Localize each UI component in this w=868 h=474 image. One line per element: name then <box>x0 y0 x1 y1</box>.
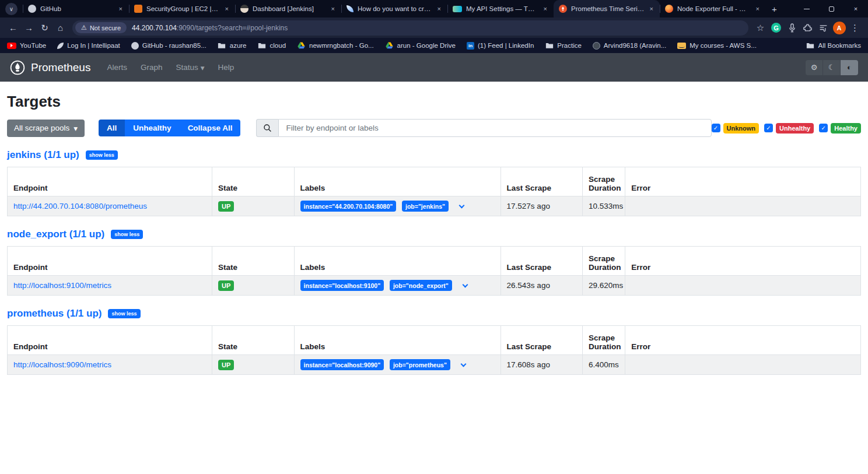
new-tab-button[interactable]: + <box>772 4 777 14</box>
label-badge-job: job="prometheus" <box>390 359 450 370</box>
expand-labels-chevron-icon[interactable] <box>460 361 466 367</box>
col-header-labels: Labels <box>294 247 501 276</box>
bookmark-folder-practice[interactable]: Practice <box>545 41 582 50</box>
close-icon[interactable]: × <box>224 5 230 12</box>
bookmark-label: Arvind9618 (Aravin... <box>604 42 666 49</box>
checkbox-checked-icon[interactable]: ✓ <box>819 124 828 132</box>
checkbox-checked-icon[interactable]: ✓ <box>712 124 720 132</box>
show-less-button[interactable]: show less <box>111 230 143 239</box>
settings-button[interactable]: ⚙ <box>806 60 823 75</box>
col-header-labels: Labels <box>294 167 501 196</box>
auto-theme-button[interactable]: ◐ <box>841 60 858 75</box>
minimize-button[interactable] <box>794 0 819 17</box>
state-filter-unhealthy[interactable]: ✓ Unhealthy <box>764 123 814 134</box>
site-security-chip[interactable]: ⚠ Not secure <box>75 22 127 33</box>
folder-icon <box>545 41 554 50</box>
bookmark-star-button[interactable]: ☆ <box>752 20 768 36</box>
bookmark-folder-azure[interactable]: azure <box>218 41 247 50</box>
bookmark-drive-arun[interactable]: arun - Google Drive <box>385 41 456 50</box>
tab-tmdb-api-settings[interactable]: My API Settings — The Movie D × <box>447 0 554 17</box>
bookmark-youtube[interactable]: YouTube <box>7 42 46 49</box>
nav-link-status[interactable]: Status ▾ <box>176 63 205 72</box>
prometheus-brand[interactable]: Prometheus <box>10 60 90 75</box>
gear-icon: ⚙ <box>811 63 818 72</box>
microphone-button[interactable] <box>784 20 800 36</box>
bookmark-label: arun - Google Drive <box>397 42 456 49</box>
bookmark-github[interactable]: GitHub - raushan85... <box>131 42 206 50</box>
targets-page: Targets All scrape pools ▾ All Unhealthy… <box>0 82 868 375</box>
expand-labels-chevron-icon[interactable] <box>459 202 464 208</box>
bookmark-aws-courses[interactable]: My courses - AWS S... <box>677 42 757 49</box>
show-less-button[interactable]: show less <box>108 309 140 318</box>
bookmark-linkedin[interactable]: in (1) Feed | LinkedIn <box>467 42 534 50</box>
table-row: http://44.200.70.104:8080/prometheus UP … <box>8 196 861 216</box>
back-button[interactable]: ← <box>5 20 21 36</box>
nav-link-help[interactable]: Help <box>218 63 235 72</box>
close-window-button[interactable]: × <box>844 0 868 17</box>
endpoint-link[interactable]: http://44.200.70.104:8080/prometheus <box>13 202 147 210</box>
close-icon[interactable]: × <box>755 5 761 12</box>
address-bar[interactable]: ⚠ Not secure 44.200.70.104:9090/targets?… <box>72 20 748 36</box>
col-header-endpoint: Endpoint <box>8 167 212 196</box>
endpoint-link[interactable]: http://localhost:9100/metrics <box>13 281 111 290</box>
col-header-state: State <box>212 247 294 276</box>
theme-toggle-group: ⚙ ☾ ◐ <box>806 60 858 75</box>
nav-link-graph[interactable]: Graph <box>141 63 163 72</box>
tab-prometheus-active[interactable]: Prometheus Time Series Collect × <box>554 0 660 17</box>
pool-title: node_export (1/1 up) <box>7 229 104 240</box>
tab-github[interactable]: GitHub × <box>23 0 129 17</box>
reading-list-button[interactable] <box>816 20 831 36</box>
bookmark-label: My courses - AWS S... <box>690 42 757 49</box>
reload-button[interactable]: ↻ <box>37 20 52 36</box>
label-badge-instance: instance="localhost:9100" <box>300 280 384 291</box>
tab-title: Dashboard [Jenkins] <box>253 5 326 12</box>
linkedin-icon: in <box>467 42 474 50</box>
close-icon[interactable]: × <box>649 5 654 12</box>
targets-table: Endpoint State Labels Last Scrape Scrape… <box>7 167 861 216</box>
tab-jenkins-dashboard[interactable]: Dashboard [Jenkins] × <box>235 0 341 17</box>
maximize-icon <box>829 6 834 12</box>
endpoint-link[interactable]: http://localhost:9090/metrics <box>13 360 111 369</box>
close-icon[interactable]: × <box>118 5 124 12</box>
filter-search-input[interactable] <box>278 119 711 137</box>
tab-ec2-securitygroup[interactable]: SecurityGroup | EC2 | us-east-1 × <box>129 0 235 17</box>
tab-grafana-node-exporter[interactable]: Node Exporter Full - Dashboar × <box>660 0 766 17</box>
filter-unhealthy-button[interactable]: Unhealthy <box>125 120 179 136</box>
checkbox-checked-icon[interactable]: ✓ <box>764 124 773 132</box>
tab-search-button[interactable]: ∨ <box>5 3 18 15</box>
state-filter-healthy[interactable]: ✓ Healthy <box>819 123 861 134</box>
show-less-button[interactable]: show less <box>86 150 118 160</box>
url-host: 44.200.70.104 <box>132 24 177 32</box>
microphone-icon <box>788 23 796 33</box>
scrape-pools-dropdown[interactable]: All scrape pools ▾ <box>7 120 85 137</box>
grammarly-extension-button[interactable]: G <box>768 20 784 36</box>
browser-menu-button[interactable]: ⋮ <box>847 20 863 36</box>
bookmark-drive-newmrngbatch[interactable]: newmrngbatch - Go... <box>297 41 374 50</box>
last-scrape-cell: 17.527s ago <box>501 196 582 216</box>
close-icon[interactable]: × <box>436 5 442 12</box>
folder-icon <box>258 41 267 50</box>
close-icon[interactable]: × <box>542 5 548 12</box>
bookmark-github-profile[interactable]: Arvind9618 (Aravin... <box>593 42 666 50</box>
tab-copilot[interactable]: How do you want to create you × <box>341 0 447 17</box>
prometheus-navbar: Prometheus Alerts Graph Status ▾ Help ⚙ … <box>0 53 868 82</box>
profile-avatar[interactable]: A <box>831 20 847 36</box>
grammarly-icon: G <box>771 23 781 33</box>
close-icon[interactable]: × <box>330 5 336 12</box>
state-filter-unknown[interactable]: ✓ Unknown <box>712 123 760 134</box>
browser-toolbar: ← → ↻ ⌂ ⚠ Not secure 44.200.70.104:9090/… <box>0 17 868 38</box>
filter-all-button[interactable]: All <box>99 120 125 136</box>
collapse-all-button[interactable]: Collapse All <box>180 120 241 136</box>
dark-theme-button[interactable]: ☾ <box>823 60 841 75</box>
bookmark-label: (1) Feed | LinkedIn <box>478 42 534 49</box>
forward-button[interactable]: → <box>21 20 37 36</box>
home-button[interactable]: ⌂ <box>52 20 68 36</box>
bookmark-intellipaat[interactable]: Log In | Intellipaat <box>57 42 120 49</box>
all-bookmarks-button[interactable]: All Bookmarks <box>806 41 862 50</box>
nav-link-alerts[interactable]: Alerts <box>107 63 127 72</box>
extensions-button[interactable] <box>800 20 816 36</box>
maximize-button[interactable] <box>819 0 844 17</box>
bookmark-folder-cloud[interactable]: cloud <box>258 41 286 50</box>
expand-labels-chevron-icon[interactable] <box>462 282 468 287</box>
tab-title: Node Exporter Full - Dashboar <box>677 5 751 12</box>
